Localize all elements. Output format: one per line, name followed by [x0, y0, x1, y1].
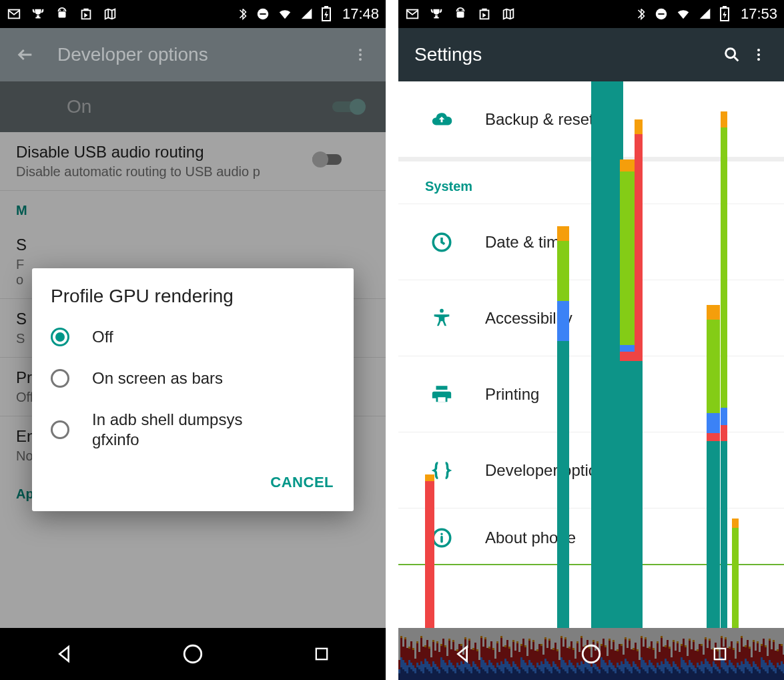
- status-time: 17:53: [741, 5, 777, 23]
- wifi-icon: [277, 7, 293, 21]
- radio-option-off[interactable]: Off: [32, 316, 354, 358]
- left-phone: 17:48 Developer options On Disable USB a…: [0, 0, 386, 680]
- dnd-icon: [654, 7, 669, 21]
- clock-icon: [425, 231, 458, 254]
- row-backup-reset[interactable]: Backup & reset: [398, 81, 784, 157]
- svg-point-24: [757, 49, 760, 51]
- nav-back[interactable]: [45, 635, 83, 673]
- row-developer-options[interactable]: Developer options: [398, 432, 784, 508]
- radio-icon: [51, 369, 69, 388]
- search-icon[interactable]: [719, 41, 745, 68]
- svg-rect-32: [714, 649, 725, 659]
- cloud-up-icon: [425, 108, 458, 131]
- android-icon: [453, 7, 468, 21]
- svg-rect-8: [325, 7, 328, 8]
- svg-rect-13: [316, 649, 326, 659]
- battery-charging-icon: [719, 6, 730, 22]
- trophy-icon: [31, 7, 45, 21]
- radio-option-adb[interactable]: In adb shell dumpsys gfxinfo: [32, 399, 354, 460]
- svg-rect-6: [260, 13, 266, 15]
- nav-recents[interactable]: [303, 635, 340, 673]
- radio-icon: [51, 420, 69, 439]
- row-printing[interactable]: Printing: [398, 356, 784, 432]
- svg-point-11: [359, 58, 362, 61]
- nav-bar-right: [398, 628, 784, 680]
- nav-recents[interactable]: [701, 635, 739, 673]
- settings-list: Backup & reset System Date & time Access…: [398, 81, 784, 680]
- status-bar-right: 17:53: [398, 0, 784, 28]
- svg-point-25: [757, 53, 760, 56]
- svg-point-3: [63, 10, 65, 11]
- svg-point-9: [359, 49, 362, 51]
- svg-rect-15: [457, 11, 464, 17]
- nav-home[interactable]: [174, 635, 212, 673]
- gmail-icon: [405, 7, 420, 21]
- svg-point-28: [440, 308, 444, 312]
- row-accessibility[interactable]: Accessibility: [398, 280, 784, 356]
- svg-rect-1: [59, 11, 66, 17]
- trophy-icon: [429, 7, 444, 21]
- app-bar-right: Settings: [398, 28, 784, 81]
- battery-charging-icon: [321, 6, 332, 22]
- svg-point-2: [59, 10, 61, 11]
- bluetooth-icon: [635, 7, 647, 21]
- overflow-icon[interactable]: [347, 41, 374, 68]
- signal-icon: [300, 7, 314, 21]
- dnd-icon: [256, 7, 270, 21]
- radio-option-bars[interactable]: On screen as bars: [32, 358, 354, 399]
- back-icon[interactable]: [12, 41, 39, 68]
- svg-rect-29: [438, 397, 445, 402]
- row-about-phone[interactable]: About phone: [398, 508, 784, 567]
- play-store-icon: [477, 7, 492, 21]
- print-icon: [425, 383, 458, 406]
- svg-rect-20: [658, 13, 664, 15]
- radio-icon: [51, 328, 69, 346]
- svg-point-31: [582, 645, 600, 663]
- page-title: Settings: [414, 44, 719, 65]
- svg-rect-22: [723, 7, 726, 8]
- gmail-icon: [7, 7, 21, 21]
- svg-point-10: [359, 53, 362, 56]
- accessibility-icon: [425, 307, 458, 330]
- page-title: Developer options: [57, 44, 347, 65]
- right-phone: 17:53 Settings Backup & reset System Dat…: [398, 0, 784, 680]
- svg-point-17: [462, 10, 463, 11]
- dialog-title: Profile GPU rendering: [32, 286, 354, 316]
- signal-icon: [698, 7, 713, 21]
- status-time: 17:48: [342, 5, 379, 23]
- svg-point-16: [458, 10, 459, 11]
- android-icon: [55, 7, 69, 21]
- wifi-icon: [675, 7, 691, 21]
- overflow-icon[interactable]: [745, 41, 772, 68]
- svg-point-23: [726, 49, 735, 58]
- info-icon: [425, 527, 458, 549]
- svg-point-12: [184, 645, 202, 663]
- play-store-icon: [79, 7, 93, 21]
- nav-back[interactable]: [444, 635, 481, 673]
- status-bar-left: 17:48: [0, 0, 386, 28]
- cancel-button[interactable]: CANCEL: [265, 467, 339, 498]
- section-system: System: [398, 157, 784, 204]
- svg-point-26: [757, 58, 760, 61]
- row-date-time[interactable]: Date & time: [398, 204, 784, 280]
- bluetooth-icon: [237, 7, 249, 21]
- maps-icon: [501, 7, 516, 21]
- app-bar-left: Developer options: [0, 28, 386, 81]
- nav-bar-left: [0, 628, 386, 680]
- dialog-profile-gpu: Profile GPU rendering Off On screen as b…: [32, 268, 354, 511]
- nav-home[interactable]: [572, 635, 610, 673]
- braces-icon: [425, 459, 458, 482]
- maps-icon: [103, 7, 117, 21]
